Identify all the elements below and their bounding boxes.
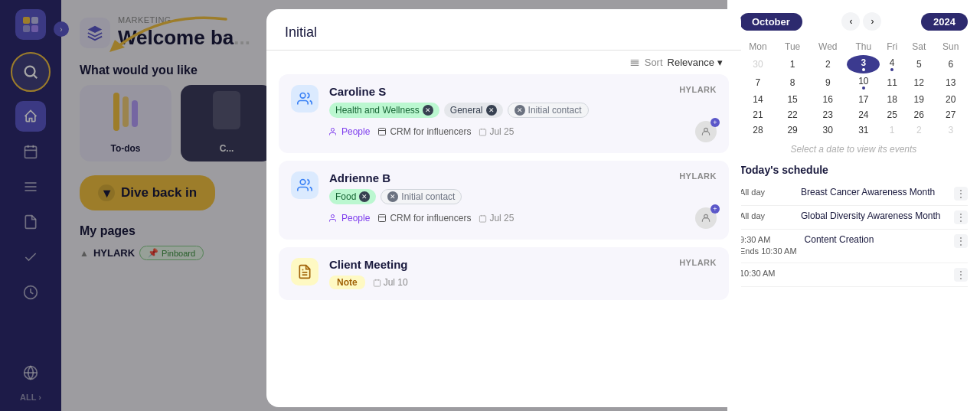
schedule-more-icon[interactable]: ⋮ [954, 268, 968, 282]
calendar-day[interactable]: 30 [740, 55, 776, 73]
result-card-caroline[interactable]: Caroline S HYLARK Health and Wellness ✕ … [279, 74, 729, 153]
calendar-day[interactable]: 25 [880, 107, 904, 122]
sort-relevance-button[interactable]: Relevance ▾ [668, 57, 723, 68]
calendar-day[interactable]: 7 [740, 73, 776, 92]
sort-bar: Sort Relevance ▾ [266, 51, 741, 74]
right-panel: October ‹ › 2024 Mon Tue Wed Thu Fri Sat… [727, 0, 980, 411]
tag-initial-contact-adrienne[interactable]: ✕ Initial contact [381, 189, 462, 204]
result-meta-caroline: HYLARK [679, 85, 717, 94]
calendar-day[interactable]: 24 [847, 107, 880, 122]
schedule-more-icon[interactable]: ⋮ [954, 234, 968, 248]
calendar-next-button[interactable]: › [863, 12, 881, 31]
tag-label: Initial contact [401, 191, 455, 202]
people-label-adrienne: People [341, 213, 370, 223]
calendar-day[interactable]: 31 [847, 122, 880, 138]
date-label-client-meeting: Jul 10 [384, 277, 408, 288]
calendar-day[interactable]: 30 [808, 122, 847, 138]
date-chip-adrienne: Jul 25 [479, 213, 514, 223]
calendar-day[interactable]: 22 [776, 107, 808, 122]
result-icon-client-meeting [291, 258, 318, 285]
result-meta-adrienne: HYLARK [679, 171, 717, 181]
cal-header-fri: Fri [880, 38, 904, 55]
calendar-day[interactable]: 14 [740, 92, 776, 107]
calendar-day[interactable]: 27 [934, 107, 968, 122]
select-date-text: Select a date to view its events [740, 144, 968, 155]
schedule-more-icon[interactable]: ⋮ [954, 210, 968, 224]
schedule-time: 9:30 AMEnds 10:30 AM [740, 234, 797, 258]
tag-initial-contact-caroline[interactable]: ✕ Initial contact [508, 103, 589, 118]
calendar-day[interactable]: 2 [808, 55, 847, 73]
calendar-day[interactable]: 12 [904, 73, 934, 92]
avatar-icon-caroline: + [695, 121, 717, 142]
schedule-event: Global Diversity Awareness Month [801, 210, 946, 221]
search-modal: × Sort Relevance ▾ Caroline S HYLAR [266, 9, 741, 407]
tag-general[interactable]: General ✕ [444, 103, 503, 118]
cal-header-tue: Tue [776, 38, 808, 55]
tag-remove-initial-caroline[interactable]: ✕ [514, 105, 525, 116]
calendar-day[interactable]: 10 [847, 73, 880, 92]
calendar-day[interactable]: 18 [880, 92, 904, 107]
result-card-adrienne[interactable]: Adrienne B HYLARK Food ✕ ✕ Initial conta… [279, 161, 729, 240]
calendar-day[interactable]: 1 [880, 122, 904, 138]
tag-label: Health and Wellness [335, 105, 420, 116]
calendar-day[interactable]: 3 [847, 55, 880, 73]
calendar-day[interactable]: 16 [808, 92, 847, 107]
result-name-adrienne: Adrienne B [329, 171, 390, 184]
result-card-client-meeting[interactable]: Client Meeting HYLARK Note Jul 10 [279, 247, 729, 300]
calendar-day[interactable]: 6 [934, 55, 968, 73]
date-chip-caroline: Jul 25 [479, 126, 514, 137]
calendar-day[interactable]: 26 [904, 107, 934, 122]
calendar-day[interactable]: 29 [776, 122, 808, 138]
calendar-day[interactable]: 23 [808, 107, 847, 122]
calendar-day[interactable]: 28 [740, 122, 776, 138]
calendar-day[interactable]: 4 [880, 55, 904, 73]
schedule-time: All day [740, 210, 793, 222]
avatar-caroline: + [695, 121, 717, 142]
calendar-day[interactable]: 1 [776, 55, 808, 73]
calendar-day[interactable]: 3 [934, 122, 968, 138]
calendar-prev-button[interactable]: ‹ [841, 12, 860, 31]
date-chip-client-meeting: Jul 10 [373, 277, 408, 288]
calendar-day[interactable]: 17 [847, 92, 880, 107]
schedule-event: Breast Cancer Awareness Month [801, 187, 946, 197]
search-results: Caroline S HYLARK Health and Wellness ✕ … [266, 74, 741, 407]
tag-health-wellness[interactable]: Health and Wellness ✕ [329, 103, 439, 118]
calendar-day[interactable]: 19 [904, 92, 934, 107]
search-input[interactable] [285, 24, 723, 41]
crm-chip-adrienne: CRM for influencers [377, 213, 471, 223]
tag-remove-general[interactable]: ✕ [486, 105, 497, 116]
schedule-item-1030: 10:30 AM ⋮ [740, 263, 968, 287]
schedule-list: All day Breast Cancer Awareness Month ⋮ … [740, 182, 968, 287]
svg-rect-23 [379, 129, 386, 135]
calendar-day[interactable]: 8 [776, 73, 808, 92]
hylark-tag-client-meeting: HYLARK [679, 258, 717, 267]
result-name-client-meeting: Client Meeting [329, 258, 408, 271]
calendar-year-button[interactable]: 2024 [921, 13, 968, 31]
calendar-month-button[interactable]: October [740, 13, 802, 31]
calendar-day[interactable]: 5 [904, 55, 934, 73]
calendar-day[interactable]: 11 [880, 73, 904, 92]
tag-remove-health[interactable]: ✕ [423, 105, 433, 116]
calendar-day[interactable]: 13 [934, 73, 968, 92]
calendar-day[interactable]: 9 [808, 73, 847, 92]
sort-label: Sort [645, 57, 663, 68]
people-chip-adrienne: People [329, 213, 370, 223]
hylark-tag-adrienne: HYLARK [679, 171, 717, 181]
result-name-caroline: Caroline S [329, 85, 386, 98]
calendar-nav: ‹ › [841, 12, 881, 31]
result-info-row-adrienne: People CRM for influencers Jul 25 + [329, 207, 717, 229]
calendar-day[interactable]: 2 [904, 122, 934, 138]
result-tags-caroline: Health and Wellness ✕ General ✕ ✕ Initia… [329, 103, 717, 118]
tag-remove-food[interactable]: ✕ [359, 191, 370, 202]
calendar-day[interactable]: 21 [740, 107, 776, 122]
schedule-more-icon[interactable]: ⋮ [954, 187, 968, 201]
calendar-day[interactable]: 15 [776, 92, 808, 107]
tag-remove-initial-adrienne[interactable]: ✕ [387, 191, 398, 202]
date-label-adrienne: Jul 25 [489, 213, 514, 223]
cal-header-mon: Mon [740, 38, 776, 55]
calendar-grid: Mon Tue Wed Thu Fri Sat Sun 301234567891… [740, 38, 968, 138]
calendar-day[interactable]: 20 [934, 92, 968, 107]
sort-chevron-icon: ▾ [717, 57, 723, 68]
tag-food[interactable]: Food ✕ [329, 189, 376, 204]
svg-rect-24 [480, 129, 486, 135]
